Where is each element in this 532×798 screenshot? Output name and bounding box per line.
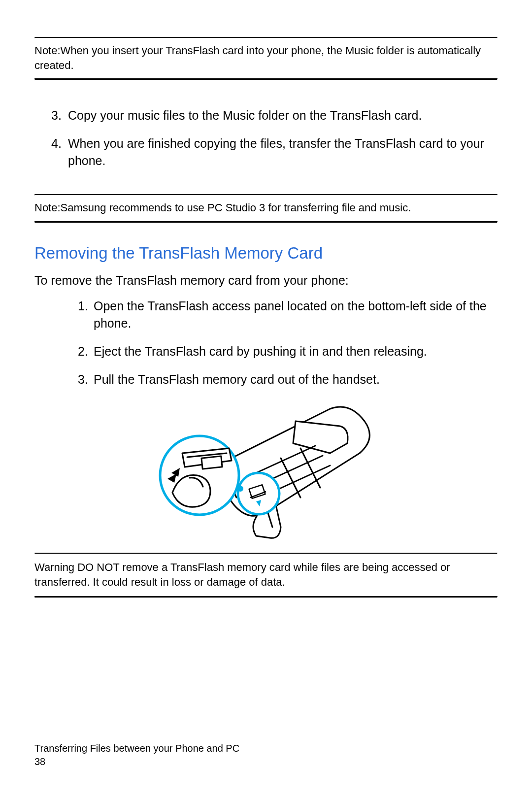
footer-page-number: 38 xyxy=(34,755,239,768)
list-item-3: 3. Copy your music files to the Music fo… xyxy=(34,107,498,124)
step-text: Open the TransFlash access panel located… xyxy=(94,298,498,332)
section-heading: Removing the TransFlash Memory Card xyxy=(34,244,498,263)
illustration xyxy=(34,399,498,542)
page-footer: Transferring Files between your Phone an… xyxy=(34,742,239,768)
step-2: 2. Eject the TransFlash card by pushing … xyxy=(34,343,498,360)
note-text: When you insert your TransFlash card int… xyxy=(34,44,481,71)
phone-removing-card-icon xyxy=(153,399,379,542)
warning-label: Warning xyxy=(34,561,74,573)
note-label: Note: xyxy=(34,44,61,57)
step-1: 1. Open the TransFlash access panel loca… xyxy=(34,298,498,332)
svg-rect-12 xyxy=(201,456,222,469)
note-mid: Note:Samsung recommends to use PC Studio… xyxy=(34,196,498,221)
list-text: When you are finished copying the files,… xyxy=(68,135,498,169)
note-text: Samsung recommends to use PC Studio 3 fo… xyxy=(61,201,411,214)
warning-text: DO NOT remove a TransFlash memory card w… xyxy=(34,561,450,588)
step-number: 2. xyxy=(34,343,94,360)
note-top: Note:When you insert your TransFlash car… xyxy=(34,38,498,78)
rule-mid-lower xyxy=(34,221,498,223)
footer-chapter: Transferring Files between your Phone an… xyxy=(34,742,239,755)
list-item-4: 4. When you are finished copying the fil… xyxy=(34,135,498,169)
step-number: 3. xyxy=(34,371,94,388)
list-number: 4. xyxy=(34,135,68,169)
list-number: 3. xyxy=(34,107,68,124)
svg-point-16 xyxy=(237,486,243,492)
step-3: 3. Pull the TransFlash memory card out o… xyxy=(34,371,498,388)
note-label: Note: xyxy=(34,201,61,214)
step-number: 1. xyxy=(34,298,94,332)
list-text: Copy your music files to the Music folde… xyxy=(68,107,498,124)
warning: Warning DO NOT remove a TransFlash memor… xyxy=(34,554,498,596)
section-intro: To remove the TransFlash memory card fro… xyxy=(34,273,498,288)
step-text: Eject the TransFlash card by pushing it … xyxy=(94,343,498,360)
rule-warn-lower xyxy=(34,596,498,598)
step-text: Pull the TransFlash memory card out of t… xyxy=(94,371,498,388)
